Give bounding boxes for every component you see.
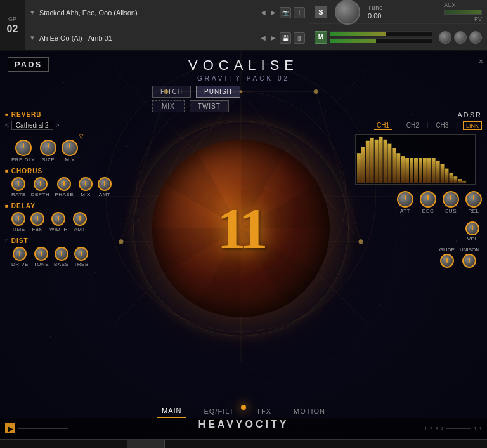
svg-rect-30 bbox=[410, 158, 413, 183]
svg-point-17 bbox=[240, 90, 243, 93]
track-row-1[interactable]: ▼ Stacked Ahh, Eee, Ooo (Alison) ◀ ▶ 📷 i bbox=[25, 0, 309, 25]
reverb-dropdown-arrow[interactable]: ▽ bbox=[18, 133, 145, 140]
nav-sep-2: --- bbox=[242, 407, 249, 415]
small-knob-3[interactable] bbox=[469, 31, 482, 44]
track1-collapse-arrow[interactable]: ▼ bbox=[29, 9, 36, 16]
svg-rect-40 bbox=[453, 176, 457, 183]
depth-label: DEPTH bbox=[31, 192, 50, 197]
adsr-svg bbox=[356, 135, 475, 184]
adsr-tab-ch3[interactable]: CH3 bbox=[433, 121, 451, 130]
bottom-nav: MAIN --- EQ/FILT --- TFX --- MOTION bbox=[0, 404, 487, 418]
adsr-tab-ch2[interactable]: CH2 bbox=[404, 121, 422, 130]
small-knobs-row bbox=[439, 31, 482, 44]
att-knob[interactable] bbox=[397, 191, 413, 208]
track2-prev-arrow[interactable]: ◀ bbox=[259, 34, 267, 41]
svg-rect-35 bbox=[432, 158, 436, 183]
small-knob-1[interactable] bbox=[439, 31, 451, 44]
predly-knob[interactable] bbox=[15, 140, 32, 156]
svg-rect-42 bbox=[462, 181, 466, 183]
delay-amt-knob-group: AMT bbox=[73, 212, 87, 232]
width-knob[interactable] bbox=[51, 212, 65, 226]
svg-rect-20 bbox=[366, 141, 370, 183]
track1-next-arrow[interactable]: ▶ bbox=[269, 9, 277, 16]
chorus-amt-knob[interactable] bbox=[98, 177, 112, 191]
scrollbar-thumb[interactable] bbox=[127, 440, 165, 448]
tone-knob[interactable] bbox=[34, 247, 48, 261]
phase-knob[interactable] bbox=[57, 177, 71, 191]
track2-collapse-arrow[interactable]: ▼ bbox=[29, 34, 36, 41]
nav-tab-main[interactable]: MAIN bbox=[157, 404, 187, 418]
reverb-prev-arrow[interactable]: < bbox=[5, 122, 9, 129]
chorus-mix-knob[interactable] bbox=[79, 177, 93, 191]
close-button[interactable]: × bbox=[479, 57, 483, 66]
sus-knob[interactable] bbox=[443, 191, 459, 208]
time-knob[interactable] bbox=[11, 212, 25, 226]
glide-unison-row: GLIDE UNISON bbox=[439, 247, 479, 268]
vel-label: VEL bbox=[467, 236, 478, 242]
delete-icon-btn[interactable]: 🗑 bbox=[294, 32, 305, 44]
tune-knob[interactable] bbox=[335, 0, 360, 25]
fbk-knob[interactable] bbox=[30, 212, 44, 226]
reverb-section: REVERB < Cathedral 2 > ▽ PRE DLY SIZE bbox=[5, 111, 145, 162]
glide-knob[interactable] bbox=[440, 254, 454, 268]
track1-name: Stacked Ahh, Eee, Ooo (Alison) bbox=[39, 9, 256, 16]
gp-label: GP bbox=[8, 16, 16, 22]
delay-amt-knob[interactable] bbox=[73, 212, 87, 226]
tone-knob-group: TONE bbox=[34, 247, 49, 267]
drive-knob[interactable] bbox=[13, 247, 27, 261]
rate-knob[interactable] bbox=[11, 177, 25, 191]
nav-tab-eq-filt[interactable]: EQ/FILT bbox=[198, 405, 239, 418]
level-fill-bottom bbox=[330, 39, 376, 43]
nav-sep-3: --- bbox=[279, 407, 286, 415]
track2-next-arrow[interactable]: ▶ bbox=[269, 34, 277, 41]
reverb-preset-name[interactable]: Cathedral 2 bbox=[11, 121, 53, 130]
unison-knob[interactable] bbox=[462, 254, 476, 268]
instrument-tracks: ▼ Stacked Ahh, Eee, Ooo (Alison) ◀ ▶ 📷 i… bbox=[25, 0, 309, 50]
depth-knob-group: DEPTH bbox=[31, 177, 50, 197]
marker-end-1: 1 bbox=[474, 426, 476, 432]
svg-rect-39 bbox=[449, 173, 453, 183]
nav-tab-tfx[interactable]: TFX bbox=[251, 405, 276, 418]
rate-label: RATE bbox=[11, 192, 26, 197]
track-row-2[interactable]: ▼ Ah Ee Oo (Al) - Amb 01 ◀ ▶ 💾 🗑 bbox=[25, 25, 309, 50]
treb-knob[interactable] bbox=[74, 247, 88, 261]
level-bar-bottom bbox=[330, 38, 432, 43]
camera-icon-btn[interactable]: 📷 bbox=[280, 7, 291, 18]
play-button[interactable]: ▶ bbox=[5, 423, 15, 433]
adsr-tabs: CH1 | CH2 | CH3 | LINK bbox=[355, 121, 482, 130]
track1-prev-arrow[interactable]: ◀ bbox=[259, 9, 267, 16]
reverb-mix-knob[interactable] bbox=[62, 140, 78, 156]
dist-section: DIST DRIVE TONE BASS TREB bbox=[5, 237, 145, 267]
dec-knob[interactable] bbox=[420, 191, 436, 208]
bottom-controls-row: M bbox=[309, 24, 487, 50]
att-label: ATT bbox=[400, 208, 410, 214]
m-button[interactable]: M bbox=[315, 31, 327, 44]
small-knob-2[interactable] bbox=[454, 31, 467, 44]
bass-knob[interactable] bbox=[55, 247, 68, 261]
glide-group: GLIDE bbox=[439, 247, 455, 268]
svg-rect-18 bbox=[357, 153, 361, 183]
chorus-amt-knob-group: AMT bbox=[98, 177, 112, 197]
vel-knob[interactable] bbox=[465, 221, 479, 235]
delay-label: DELAY bbox=[5, 202, 145, 209]
svg-point-14 bbox=[314, 89, 318, 94]
info-icon-btn[interactable]: i bbox=[294, 7, 305, 18]
rel-knob[interactable] bbox=[465, 191, 482, 208]
s-button[interactable]: S bbox=[315, 6, 327, 18]
save-icon-btn[interactable]: 💾 bbox=[280, 32, 291, 44]
size-knob[interactable] bbox=[40, 140, 56, 156]
adsr-separator-1: | bbox=[397, 121, 399, 130]
phase-label: PHASE bbox=[55, 192, 74, 197]
nav-tab-motion[interactable]: MOTION bbox=[289, 405, 330, 418]
svg-rect-34 bbox=[427, 158, 431, 183]
adsr-tab-ch1[interactable]: CH1 bbox=[374, 121, 392, 130]
svg-rect-19 bbox=[361, 147, 365, 183]
svg-rect-21 bbox=[370, 138, 374, 183]
depth-knob[interactable] bbox=[34, 177, 48, 191]
aux-pv-section: AUX PV bbox=[444, 2, 482, 22]
vocalise-header: VOCALISE GRAVITY PACK 02 bbox=[188, 57, 299, 82]
adsr-tab-link[interactable]: LINK bbox=[463, 121, 482, 130]
reverb-next-arrow[interactable]: > bbox=[56, 122, 60, 129]
adsr-separator-3: | bbox=[456, 121, 458, 130]
tune-label: Tune bbox=[368, 4, 435, 11]
